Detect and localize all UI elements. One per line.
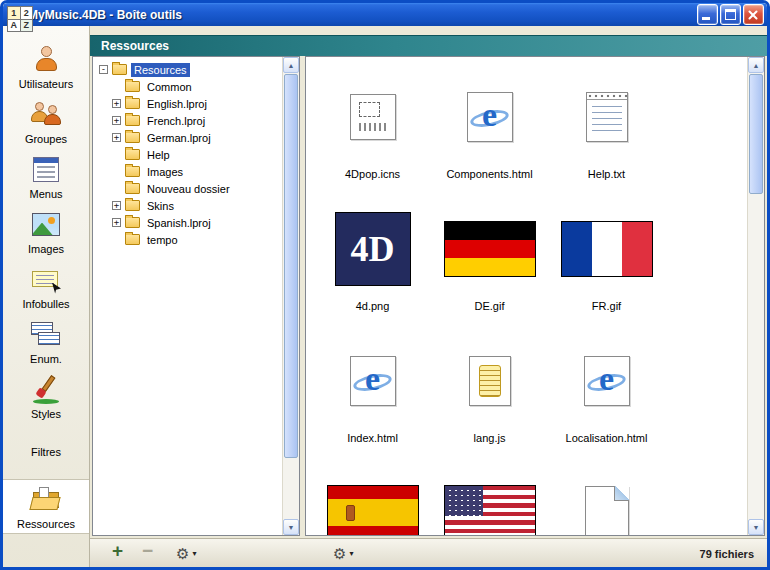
file-item-4dpop-icns[interactable]: 4Dpop.icns bbox=[314, 71, 431, 203]
minimize-icon bbox=[702, 17, 710, 20]
file-item[interactable] bbox=[431, 467, 548, 535]
tree-item-label: English.lproj bbox=[144, 97, 210, 111]
scrollbar-thumb[interactable] bbox=[749, 74, 763, 194]
minimize-button[interactable] bbox=[697, 4, 718, 25]
tree-expander[interactable]: + bbox=[112, 133, 121, 142]
tree-item-images[interactable]: Images bbox=[96, 163, 282, 180]
sidebar-item-enum[interactable]: Enum. bbox=[3, 314, 89, 369]
tree-expander[interactable]: + bbox=[112, 99, 121, 108]
document-file-icon bbox=[585, 486, 629, 535]
icns-file-icon bbox=[350, 94, 396, 140]
scrollbar-track[interactable] bbox=[748, 73, 764, 519]
tree-item-tempo[interactable]: tempo bbox=[96, 231, 282, 248]
file-grid-panel: 4Dpop.icnseComponents.htmlHelp.txt4D4d.p… bbox=[305, 56, 765, 536]
window-controls bbox=[697, 4, 764, 25]
file-name: 4Dpop.icns bbox=[345, 168, 400, 180]
html-file-icon: e bbox=[584, 356, 630, 406]
resources-icon bbox=[29, 484, 63, 516]
tree-item-label: Nouveau dossier bbox=[144, 182, 233, 196]
folder-icon bbox=[112, 64, 127, 75]
folder-actions-button[interactable]: ⚙▾ bbox=[176, 546, 196, 561]
file-item-de-gif[interactable]: DE.gif bbox=[431, 203, 548, 335]
tree-expander[interactable]: + bbox=[112, 116, 121, 125]
sidebar-item-label: Enum. bbox=[30, 353, 62, 365]
bottom-toolbar: + − ⚙▾ ⚙▾ 79 fichiers bbox=[90, 538, 767, 570]
tree-item-help[interactable]: Help bbox=[96, 146, 282, 163]
file-item-components-html[interactable]: eComponents.html bbox=[431, 71, 548, 203]
filters-icon: 12AZ bbox=[7, 6, 33, 32]
groups-icon bbox=[29, 99, 63, 131]
sidebar-item-styles[interactable]: Styles bbox=[3, 369, 89, 424]
tree-expander[interactable]: + bbox=[112, 218, 121, 227]
sidebar-item-groupes[interactable]: Groupes bbox=[3, 94, 89, 149]
tree-item-label: Help bbox=[144, 148, 173, 162]
tree-item-french-lproj[interactable]: +French.lproj bbox=[96, 112, 282, 129]
grid-scrollbar[interactable]: ▲ ▼ bbox=[747, 57, 764, 535]
content-area: -ResourcesCommon+English.lproj+French.lp… bbox=[90, 56, 767, 538]
file-name: lang.js bbox=[474, 432, 506, 444]
close-button[interactable] bbox=[743, 4, 764, 25]
tree-item-label: Common bbox=[144, 80, 195, 94]
file-item-help-txt[interactable]: Help.txt bbox=[548, 71, 665, 203]
remove-button[interactable]: − bbox=[142, 540, 153, 562]
tree-scrollbar[interactable]: ▲ ▼ bbox=[282, 57, 299, 535]
scrollbar-thumb[interactable] bbox=[284, 74, 298, 458]
sidebar: UtilisateursGroupesMenusImagesInfobulles… bbox=[3, 26, 90, 570]
folder-icon bbox=[125, 81, 140, 92]
tree-item-label: French.lproj bbox=[144, 114, 208, 128]
chevron-down-icon: ▾ bbox=[192, 549, 196, 558]
file-icon-area bbox=[561, 203, 653, 295]
folder-icon bbox=[125, 183, 140, 194]
sidebar-item-menus[interactable]: Menus bbox=[3, 149, 89, 204]
tree-item-common[interactable]: Common bbox=[96, 78, 282, 95]
file-item-lang-js[interactable]: lang.js bbox=[431, 335, 548, 467]
file-icon-area: e bbox=[350, 335, 396, 427]
file-item[interactable] bbox=[314, 467, 431, 535]
tree-item-spanish-lproj[interactable]: +Spanish.lproj bbox=[96, 214, 282, 231]
sidebar-item-utilisateurs[interactable]: Utilisateurs bbox=[3, 39, 89, 94]
sidebar-item-label: Styles bbox=[31, 408, 61, 420]
sidebar-item-label: Filtres bbox=[31, 446, 61, 458]
tree-item-german-lproj[interactable]: +German.lproj bbox=[96, 129, 282, 146]
sidebar-item-filtres[interactable]: 12AZFiltres bbox=[3, 424, 89, 479]
file-actions-button[interactable]: ⚙▾ bbox=[333, 546, 353, 561]
tree-item-label: Resources bbox=[131, 63, 190, 77]
file-name: Help.txt bbox=[588, 168, 625, 180]
scroll-up-button[interactable]: ▲ bbox=[283, 57, 299, 73]
maximize-icon bbox=[725, 9, 736, 20]
tree-item-nouveau-dossier[interactable]: Nouveau dossier bbox=[96, 180, 282, 197]
sidebar-item-label: Groupes bbox=[25, 133, 67, 145]
html-file-icon: e bbox=[350, 356, 396, 406]
title-bar[interactable]: MyMusic.4DB - Boîte outils bbox=[3, 3, 767, 26]
tree-item-english-lproj[interactable]: +English.lproj bbox=[96, 95, 282, 112]
file-name: Index.html bbox=[347, 432, 398, 444]
sidebar-item-infobulles[interactable]: Infobulles bbox=[3, 259, 89, 314]
folder-icon bbox=[125, 98, 140, 109]
sidebar-item-label: Infobulles bbox=[22, 298, 69, 310]
file-item[interactable] bbox=[548, 467, 665, 535]
file-item-fr-gif[interactable]: FR.gif bbox=[548, 203, 665, 335]
file-icon-area bbox=[444, 467, 536, 535]
tree-expander[interactable]: - bbox=[99, 65, 108, 74]
file-icon-area bbox=[444, 203, 536, 295]
france-flag-thumbnail bbox=[561, 221, 653, 277]
sidebar-item-ressources[interactable]: Ressources bbox=[3, 479, 89, 534]
file-item-localisation-html[interactable]: eLocalisation.html bbox=[548, 335, 665, 467]
text-file-icon bbox=[586, 92, 628, 142]
scroll-down-button[interactable]: ▼ bbox=[283, 519, 299, 535]
file-name: FR.gif bbox=[592, 300, 621, 312]
scroll-down-button[interactable]: ▼ bbox=[748, 519, 764, 535]
file-item-4d-png[interactable]: 4D4d.png bbox=[314, 203, 431, 335]
sidebar-item-images[interactable]: Images bbox=[3, 204, 89, 259]
tree-item-skins[interactable]: +Skins bbox=[96, 197, 282, 214]
styles-icon bbox=[29, 374, 63, 406]
folder-icon bbox=[125, 166, 140, 177]
folder-icon bbox=[125, 200, 140, 211]
add-button[interactable]: + bbox=[112, 540, 123, 562]
tree-item-resources[interactable]: -Resources bbox=[96, 61, 282, 78]
file-item-index-html[interactable]: eIndex.html bbox=[314, 335, 431, 467]
maximize-button[interactable] bbox=[720, 4, 741, 25]
scroll-up-button[interactable]: ▲ bbox=[748, 57, 764, 73]
tree-expander[interactable]: + bbox=[112, 201, 121, 210]
scrollbar-track[interactable] bbox=[283, 73, 299, 519]
